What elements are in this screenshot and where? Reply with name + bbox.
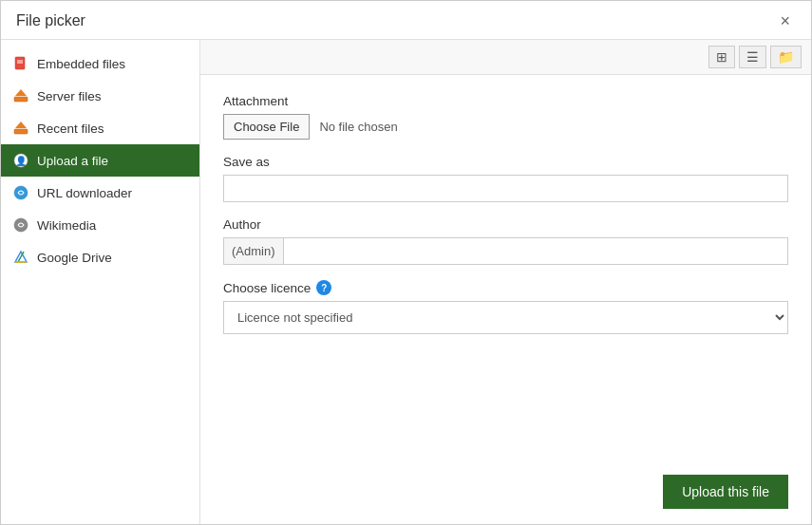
google-drive-label: Google Drive [37,251,112,265]
server-files-icon [12,87,29,104]
sidebar-item-server-files[interactable]: Server files [1,80,199,112]
attachment-group: Attachment Choose File No file chosen [223,94,788,140]
footer-area: Upload this file [200,465,811,524]
toolbar: ⊞ ☰ 📁 [200,40,811,75]
sidebar: Embedded filesServer filesRecent files👤U… [1,40,200,524]
upload-file-label: Upload a file [37,154,108,168]
save-as-label: Save as [223,155,788,169]
author-row: (Admin) [223,237,788,265]
main-content: ⊞ ☰ 📁 Attachment Choose File No file cho… [200,40,811,524]
save-as-input[interactable] [223,175,788,202]
google-drive-icon [12,249,29,266]
svg-marker-4 [15,89,27,96]
server-files-label: Server files [37,89,102,103]
sidebar-item-embedded-files[interactable]: Embedded files [1,47,199,80]
dialog-header: File picker × [1,1,811,40]
licence-group: Choose licence ? Licence not specifiedPu… [223,280,788,334]
embedded-files-icon [12,55,29,72]
file-picker-dialog: File picker × Embedded filesServer files… [0,0,812,525]
list-view-button[interactable]: ☰ [739,46,766,68]
licence-select[interactable]: Licence not specifiedPublic DomainCC BYC… [223,301,788,334]
sidebar-item-url-downloader[interactable]: URL downloader [1,177,199,209]
sidebar-item-wikimedia[interactable]: Wikimedia [1,209,199,241]
url-downloader-label: URL downloader [37,186,132,200]
svg-rect-5 [14,129,28,134]
wikimedia-label: Wikimedia [37,218,96,233]
file-row: Choose File No file chosen [223,114,788,140]
author-input[interactable] [284,238,787,264]
author-label: Author [223,217,788,232]
wikimedia-icon [12,216,29,234]
attachment-label: Attachment [223,94,788,108]
sidebar-item-recent-files[interactable]: Recent files [1,112,199,144]
licence-help-icon[interactable]: ? [316,280,331,295]
grid-view-button[interactable]: ⊞ [708,46,735,68]
svg-marker-6 [15,122,27,128]
dialog-title: File picker [16,12,85,29]
upload-button[interactable]: Upload this file [663,475,788,509]
svg-rect-3 [14,97,28,102]
embedded-files-label: Embedded files [37,57,125,71]
sidebar-item-upload-file[interactable]: 👤Upload a file [1,144,199,177]
form-area: Attachment Choose File No file chosen Sa… [200,75,811,465]
svg-line-12 [18,252,24,262]
upload-file-icon: 👤 [12,152,29,169]
close-button[interactable]: × [774,10,796,31]
author-prefix: (Admin) [224,238,284,264]
svg-point-9 [14,186,28,199]
recent-files-label: Recent files [37,122,104,136]
url-downloader-icon [12,184,29,201]
dialog-body: Embedded filesServer filesRecent files👤U… [1,40,811,524]
author-group: Author (Admin) [223,217,788,265]
svg-text:👤: 👤 [15,155,28,167]
recent-files-icon [12,120,29,137]
sidebar-item-google-drive[interactable]: Google Drive [1,241,199,273]
licence-label: Choose licence ? [223,280,788,295]
no-file-text: No file chosen [319,120,397,134]
svg-point-10 [14,218,28,232]
save-as-group: Save as [223,155,788,202]
choose-file-button[interactable]: Choose File [223,114,310,140]
folder-view-button[interactable]: 📁 [770,46,802,68]
